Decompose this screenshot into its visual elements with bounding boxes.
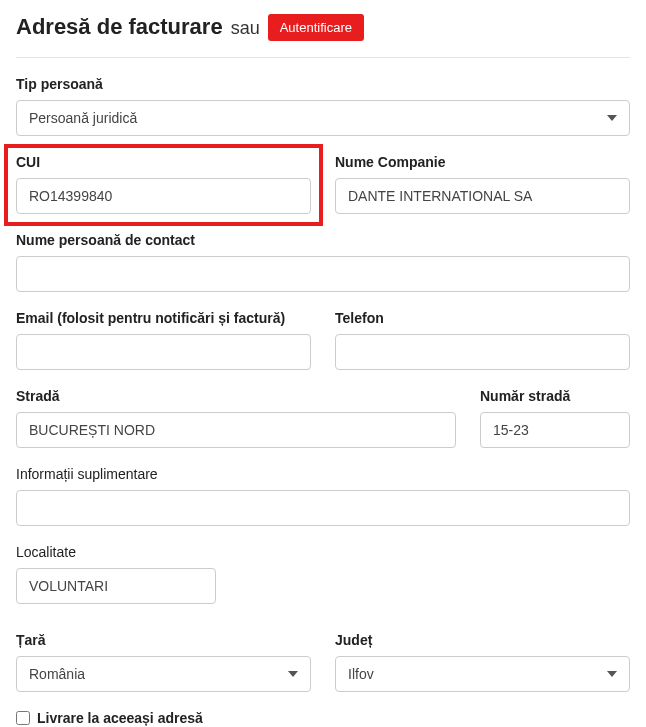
select-tip-persoana[interactable]: Persoană juridică [16,100,630,136]
checkbox-row-same: Livrare la aceeași adresă [16,710,630,726]
select-judet[interactable]: Ilfov [335,656,630,692]
label-tip-persoana: Tip persoană [16,76,630,92]
input-email[interactable] [16,334,311,370]
billing-header: Adresă de facturare sau Autentificare [16,14,630,58]
label-numar: Număr stradă [480,388,630,404]
input-telefon[interactable] [335,334,630,370]
input-nume-companie[interactable] [335,178,630,214]
auth-button[interactable]: Autentificare [268,14,364,41]
label-cui: CUI [16,154,311,170]
label-localitate: Localitate [16,544,216,560]
label-tara: Țară [16,632,311,648]
input-contact[interactable] [16,256,630,292]
input-info[interactable] [16,490,630,526]
input-numar[interactable] [480,412,630,448]
label-same-address: Livrare la aceeași adresă [37,710,203,726]
page-title: Adresă de facturare [16,14,223,40]
label-strada: Stradă [16,388,456,404]
or-text: sau [231,18,260,39]
label-judet: Județ [335,632,630,648]
label-info: Informații suplimentare [16,466,630,482]
input-localitate[interactable] [16,568,216,604]
checkbox-same-address[interactable] [16,711,30,725]
select-tara[interactable]: România [16,656,311,692]
label-email: Email (folosit pentru notificări și fact… [16,310,311,326]
label-contact: Nume persoană de contact [16,232,630,248]
input-cui[interactable] [16,178,311,214]
cui-highlight: CUI [4,144,323,226]
input-strada[interactable] [16,412,456,448]
label-nume-companie: Nume Companie [335,154,630,170]
label-telefon: Telefon [335,310,630,326]
